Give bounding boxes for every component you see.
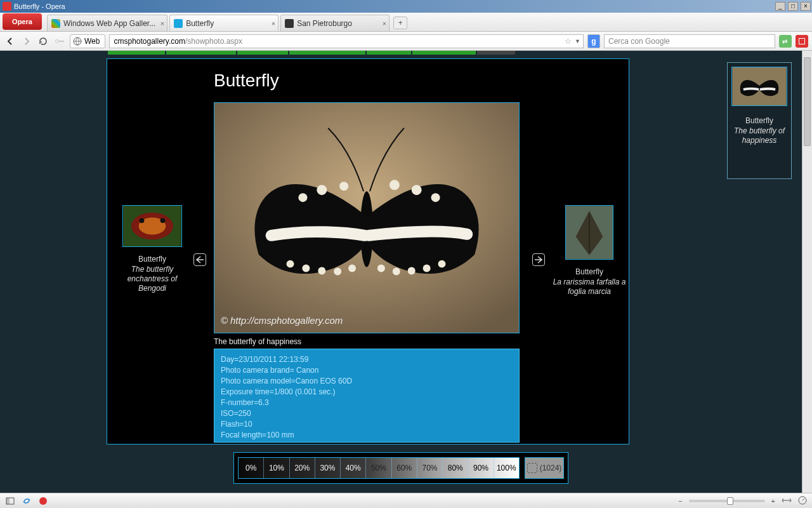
svg-point-29 bbox=[160, 218, 166, 223]
window-minimize-button[interactable]: _ bbox=[775, 2, 785, 11]
tab-san-pietroburgo[interactable]: San Pietroburgo × bbox=[280, 15, 390, 31]
window-titlebar: Butterfly - Opera _ □ × bbox=[0, 0, 812, 13]
exif-model: Photo camera model=Canon EOS 60D bbox=[221, 376, 513, 387]
prev-photo-button[interactable] bbox=[193, 253, 206, 266]
search-box[interactable]: Cerca con Google bbox=[604, 34, 775, 48]
tab-close-button[interactable]: × bbox=[383, 20, 386, 27]
main-photo[interactable]: © http://cmsphotogallery.com bbox=[214, 102, 520, 333]
svg-rect-5 bbox=[799, 39, 804, 44]
context-web-chip[interactable]: Web bbox=[70, 34, 105, 48]
tab-butterfly[interactable]: Butterfly × bbox=[169, 15, 278, 31]
svg-text:⇄: ⇄ bbox=[782, 38, 787, 45]
svg-point-0 bbox=[56, 39, 59, 43]
svg-point-20 bbox=[377, 265, 385, 272]
panel-toggle-icon[interactable] bbox=[5, 496, 15, 506]
zoom-slider[interactable] bbox=[689, 500, 765, 502]
zoom-10[interactable]: 10% bbox=[264, 458, 289, 478]
tab-label: San Pietroburgo bbox=[297, 19, 352, 28]
svg-point-16 bbox=[302, 265, 310, 272]
address-bar[interactable]: cmsphotogallery.com/showphoto.aspx ☆ ▼ bbox=[109, 34, 584, 48]
photo-title: Butterfly bbox=[107, 59, 629, 96]
zoom-70[interactable]: 70% bbox=[417, 458, 443, 478]
exif-fnumber: F-number=6.3 bbox=[221, 398, 513, 408]
zoom-20[interactable]: 20% bbox=[290, 458, 315, 478]
exif-panel: Day=23/10/2011 22:13:59 Photo camera bra… bbox=[214, 349, 520, 443]
zoom-out-icon[interactable]: − bbox=[678, 497, 682, 505]
svg-point-13 bbox=[412, 185, 422, 195]
zoom-30[interactable]: 30% bbox=[315, 458, 341, 478]
zoom-60[interactable]: 60% bbox=[392, 458, 417, 478]
fit-width-icon[interactable] bbox=[782, 497, 792, 505]
page-content: Butterfly bbox=[0, 51, 802, 493]
svg-point-22 bbox=[408, 267, 416, 275]
zoom-in-icon[interactable]: + bbox=[771, 497, 775, 505]
vertical-scrollbar[interactable] bbox=[802, 51, 812, 493]
svg-point-23 bbox=[423, 265, 431, 272]
next-thumb-subtitle: La rarissima farfalla a foglia marcia bbox=[553, 277, 626, 297]
zoom-0[interactable]: 0% bbox=[239, 458, 264, 478]
prev-thumbnail[interactable]: Butterfly The butterfly enchantress of B… bbox=[112, 205, 192, 293]
forward-button[interactable] bbox=[20, 35, 33, 48]
zoom-90[interactable]: 90% bbox=[468, 458, 494, 478]
tab-close-button[interactable]: × bbox=[160, 20, 164, 27]
bookmark-star-icon[interactable]: ☆ bbox=[565, 37, 572, 46]
url-path: /showphoto.aspx bbox=[185, 37, 242, 46]
zoom-80[interactable]: 80% bbox=[443, 458, 468, 478]
opera-menu-button[interactable]: Opera bbox=[3, 13, 42, 30]
svg-point-17 bbox=[318, 267, 325, 275]
back-button[interactable] bbox=[4, 35, 16, 48]
window-maximize-button[interactable]: □ bbox=[788, 2, 798, 11]
svg-point-19 bbox=[348, 265, 356, 272]
zoom-scale: 0% 10% 20% 30% 40% 50% 60% 70% 80% 90% 1… bbox=[238, 457, 520, 479]
search-placeholder: Cerca con Google bbox=[608, 37, 670, 46]
zoom-fullsize-button[interactable]: (1024) bbox=[525, 457, 564, 479]
zoom-aux-label: (1024) bbox=[540, 464, 562, 472]
related-thumb-title: Butterfly bbox=[731, 116, 787, 125]
wand-button[interactable] bbox=[53, 35, 66, 48]
tab-label: Windows Web App Galler... bbox=[63, 19, 155, 28]
sync-icon[interactable] bbox=[22, 496, 32, 506]
exif-exposure: Exposure time=1/800 (0.001 sec.) bbox=[221, 387, 513, 398]
tab-label: Butterfly bbox=[186, 19, 214, 28]
zoom-toolbar: 0% 10% 20% 30% 40% 50% 60% 70% 80% 90% 1… bbox=[233, 452, 568, 484]
scrollbar-thumb[interactable] bbox=[804, 57, 811, 146]
photo-caption: The butterfly of happiness bbox=[214, 337, 301, 346]
svg-point-18 bbox=[334, 268, 341, 276]
exif-brand: Photo camera brand= Canon bbox=[221, 365, 513, 376]
google-search-engine-button[interactable]: g bbox=[587, 34, 600, 48]
zoom-50[interactable]: 50% bbox=[366, 458, 391, 478]
url-dropdown-icon[interactable]: ▼ bbox=[575, 38, 580, 44]
svg-point-12 bbox=[390, 180, 400, 190]
exif-day: Day=23/10/2011 22:13:59 bbox=[221, 354, 513, 365]
windows-icon bbox=[51, 19, 60, 28]
tab-close-button[interactable]: × bbox=[272, 20, 275, 27]
extension-translate-icon[interactable]: ⇄ bbox=[779, 35, 792, 48]
watermark: © http://cmsphotogallery.com bbox=[221, 315, 343, 326]
camera-icon bbox=[285, 19, 294, 28]
exif-focal: Focal length=100 mm bbox=[221, 430, 513, 441]
nav-toolbar: Web cmsphotogallery.com/showphoto.aspx ☆… bbox=[0, 32, 812, 51]
next-thumbnail[interactable]: Butterfly La rarissima farfalla a foglia… bbox=[553, 205, 626, 297]
turbo-icon[interactable] bbox=[798, 496, 807, 506]
new-tab-button[interactable]: + bbox=[393, 17, 407, 29]
tab-windows-web-app-gallery[interactable]: Windows Web App Galler... × bbox=[47, 15, 167, 31]
related-thumbnail-panel[interactable]: Butterfly The butterfly of happiness bbox=[727, 62, 792, 179]
next-thumb-image bbox=[565, 205, 613, 260]
photo-viewer-frame: Butterfly bbox=[107, 58, 629, 444]
window-close-button[interactable]: × bbox=[801, 2, 811, 11]
next-photo-button[interactable] bbox=[532, 253, 545, 266]
svg-point-10 bbox=[317, 185, 327, 195]
extension-adblock-icon[interactable] bbox=[796, 35, 808, 48]
zoom-slider-knob[interactable] bbox=[727, 497, 733, 505]
svg-point-11 bbox=[339, 182, 348, 190]
expand-icon bbox=[527, 463, 537, 473]
site-nav-remnant bbox=[0, 51, 802, 55]
exif-flash: Flash=10 bbox=[221, 419, 513, 430]
zoom-100[interactable]: 100% bbox=[494, 458, 519, 478]
svg-point-24 bbox=[438, 260, 446, 268]
svg-point-9 bbox=[298, 193, 307, 202]
zoom-40[interactable]: 40% bbox=[341, 458, 366, 478]
context-label: Web bbox=[84, 37, 100, 46]
reload-button[interactable] bbox=[37, 35, 49, 48]
opera-link-icon[interactable] bbox=[38, 496, 48, 506]
